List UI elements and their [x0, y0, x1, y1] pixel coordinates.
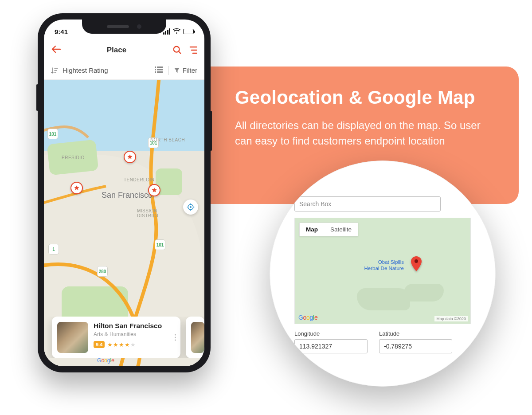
- svg-point-9: [190, 206, 191, 208]
- place-card[interactable]: Hilton San Francisco Arts & Humanities 9…: [52, 317, 180, 358]
- map-pin-icon[interactable]: [411, 256, 422, 273]
- svg-point-0: [415, 259, 418, 263]
- admin-map-panel: Search Box Map Satellite Obat Sipilis He…: [270, 161, 496, 387]
- back-button[interactable]: [51, 45, 61, 55]
- phone-mockup: 9:41 Place: [38, 13, 211, 372]
- page-title: Place: [107, 46, 126, 55]
- place-thumbnail: [191, 322, 204, 353]
- place-category: Arts & Humanities: [94, 331, 175, 337]
- latitude-field[interactable]: -0.789275: [379, 339, 452, 353]
- filter-label: Filter: [183, 67, 197, 74]
- battery-icon: [183, 29, 194, 34]
- nav-bar: Place: [44, 39, 204, 61]
- map-marker[interactable]: [124, 151, 136, 163]
- phone-screen: 9:41 Place: [44, 20, 204, 366]
- rating-badge: 9.4: [94, 341, 105, 348]
- city-label: San Francisco: [102, 191, 153, 200]
- more-icon[interactable]: [175, 334, 176, 341]
- sort-icon: [51, 67, 58, 74]
- admin-mini-map[interactable]: Map Satellite Obat Sipilis Herbal De Nat…: [294, 218, 471, 324]
- list-toolbar: Hightest Rating Filter: [44, 61, 204, 80]
- tab-satellite[interactable]: Satellite: [324, 223, 358, 236]
- district-label: MISSION DISTRICT: [137, 208, 159, 218]
- view-list-icon[interactable]: [155, 66, 163, 75]
- place-thumbnail: [57, 322, 88, 353]
- district-label: NORTH BEACH: [150, 137, 185, 142]
- menu-icon[interactable]: [188, 46, 197, 54]
- route-shield: 280: [97, 266, 108, 277]
- search-icon[interactable]: [172, 45, 182, 55]
- longitude-label: Longitude: [294, 330, 368, 337]
- sort-label: Hightest Rating: [63, 67, 108, 74]
- banner-subtitle: All directories can be displayed on the …: [235, 118, 492, 149]
- admin-field-placeholder[interactable]: [387, 188, 458, 190]
- tab-map[interactable]: Map: [300, 223, 324, 236]
- route-shield: 101: [47, 129, 58, 139]
- route-shield: 1: [48, 244, 59, 254]
- map-marker[interactable]: [148, 184, 160, 196]
- map-type-tabs: Map Satellite: [299, 223, 358, 236]
- poi-label[interactable]: Obat Sipilis Herbal De Nature: [364, 259, 404, 272]
- longitude-field[interactable]: 113.921327: [294, 339, 368, 353]
- latitude-label: Latitude: [379, 330, 452, 337]
- banner-title: Geolocation & Google Map: [235, 87, 492, 108]
- place-cards-strip[interactable]: Hilton San Francisco Arts & Humanities 9…: [44, 317, 204, 358]
- locate-me-button[interactable]: [183, 200, 198, 215]
- svg-rect-6: [155, 71, 156, 73]
- filter-icon: [174, 67, 180, 74]
- google-logo: Google: [298, 314, 317, 321]
- place-title: Hilton San Francisco: [94, 322, 175, 330]
- district-label: PRESIDIO: [62, 155, 85, 160]
- filter-button[interactable]: Filter: [174, 67, 197, 74]
- map-view[interactable]: 101 101 101 280 1 San Francisco PRESIDIO…: [44, 80, 204, 366]
- admin-field-placeholder[interactable]: [307, 188, 378, 190]
- wifi-icon: [173, 28, 180, 35]
- svg-rect-3: [157, 67, 163, 68]
- map-marker[interactable]: [70, 182, 83, 194]
- star-icons: ★★★★★: [107, 341, 136, 348]
- svg-rect-4: [155, 69, 156, 70]
- sort-button[interactable]: Hightest Rating: [51, 67, 108, 74]
- svg-rect-7: [157, 71, 163, 73]
- search-placeholder: Search Box: [299, 200, 331, 208]
- map-attribution: Map data ©2020: [434, 316, 468, 321]
- svg-rect-2: [155, 67, 156, 68]
- place-card-next[interactable]: [186, 317, 204, 358]
- district-label: TENDERLOIN: [124, 177, 154, 182]
- svg-rect-5: [157, 69, 163, 70]
- search-input[interactable]: Search Box: [294, 196, 441, 211]
- place-rating: 9.4 ★★★★★: [94, 341, 175, 348]
- status-time: 9:41: [55, 28, 68, 35]
- google-logo: Google: [97, 357, 114, 364]
- route-shield: 101: [155, 239, 165, 250]
